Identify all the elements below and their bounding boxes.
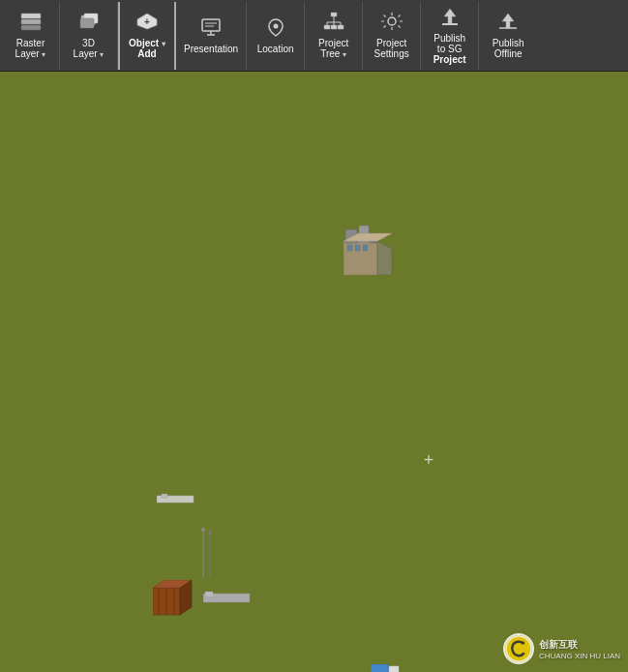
3d-layer-label: 3D <box>82 38 95 48</box>
3d-building-cluster <box>324 222 397 284</box>
watermark-line2: CHUANG XIN HU LIAN <box>539 652 620 660</box>
toolbar-item-project-settings[interactable]: Project Settings <box>363 2 421 70</box>
object-brown-box <box>153 580 194 621</box>
publish-offline-sublabel: Offline <box>494 48 523 59</box>
toolbar-item-publish-offline[interactable]: Publish Offline <box>479 2 537 70</box>
svg-marker-24 <box>444 9 456 23</box>
project-tree-sublabel: Tree ▾ <box>320 48 346 59</box>
svg-rect-0 <box>21 14 41 18</box>
location-icon <box>264 17 287 42</box>
3d-layer-sublabel: Layer ▾ <box>74 48 105 59</box>
svg-rect-5 <box>80 18 94 28</box>
svg-point-40 <box>208 531 212 535</box>
raster-layer-icon <box>19 12 43 36</box>
object-dots-cluster <box>198 525 237 587</box>
object-blue-rect <box>371 664 400 672</box>
object-grey-strip <box>203 591 252 608</box>
project-settings-sublabel: Settings <box>374 48 409 59</box>
svg-marker-35 <box>377 241 392 275</box>
publish-offline-icon <box>496 12 520 36</box>
svg-point-23 <box>388 17 396 25</box>
add-label: Add <box>137 48 156 59</box>
watermark-line1: 创新互联 <box>539 638 620 652</box>
publish-sg-icon <box>438 7 462 31</box>
toolbar: Raster Layer ▾ 3D Layer ▾ + Object ▾ Add <box>0 0 628 72</box>
presentation-icon <box>199 17 223 42</box>
svg-rect-14 <box>331 13 337 16</box>
crosshair: + <box>424 450 434 471</box>
toolbar-item-raster-layer[interactable]: Raster Layer ▾ <box>2 2 60 70</box>
map-canvas[interactable]: + <box>0 72 628 672</box>
svg-point-53 <box>506 636 531 661</box>
toolbar-item-location[interactable]: Location <box>247 2 305 70</box>
watermark-text-block: 创新互联 CHUANG XIN HU LIAN <box>539 638 620 660</box>
raster-layer-label: Raster <box>16 38 45 48</box>
publish-sg-label: Publish <box>434 33 465 44</box>
location-label: Location <box>257 44 294 54</box>
project-tree-label: Project <box>318 38 348 48</box>
object-white-bar <box>157 490 195 507</box>
object-add-icon: + <box>135 12 159 36</box>
svg-rect-16 <box>331 25 337 29</box>
toolbar-item-publish-sg[interactable]: Publish to SG Project <box>421 2 479 70</box>
svg-point-13 <box>273 23 278 28</box>
watermark-logo <box>503 633 534 664</box>
svg-rect-33 <box>355 245 360 251</box>
svg-rect-32 <box>347 245 352 251</box>
publish-sg-project: Project <box>434 54 466 65</box>
watermark: 创新互联 CHUANG XIN HU LIAN <box>503 633 620 664</box>
toolbar-item-object-add[interactable]: + Object ▾ Add <box>118 2 176 70</box>
svg-rect-8 <box>202 19 220 31</box>
svg-point-39 <box>201 528 205 532</box>
svg-text:+: + <box>144 16 150 27</box>
svg-rect-1 <box>21 19 41 24</box>
publish-sg-sublabel: to SG <box>437 44 463 54</box>
svg-rect-15 <box>324 25 330 29</box>
presentation-label: Presentation <box>184 44 238 54</box>
svg-rect-17 <box>338 25 344 29</box>
toolbar-item-3d-layer[interactable]: 3D Layer ▾ <box>60 2 118 70</box>
svg-rect-38 <box>162 494 167 498</box>
svg-rect-25 <box>442 23 458 25</box>
raster-layer-sublabel: Layer ▾ <box>15 48 46 59</box>
project-tree-icon <box>322 12 345 36</box>
toolbar-item-project-tree[interactable]: Project Tree ▾ <box>305 2 363 70</box>
publish-offline-label: Publish <box>493 38 524 48</box>
svg-rect-2 <box>21 25 41 30</box>
toolbar-item-presentation[interactable]: Presentation <box>176 2 247 70</box>
object-label: Object ▾ <box>129 38 165 48</box>
svg-rect-51 <box>371 664 388 672</box>
svg-rect-34 <box>363 245 368 251</box>
project-settings-label: Project <box>376 38 406 48</box>
3d-layer-icon <box>77 12 101 36</box>
svg-marker-26 <box>502 14 514 28</box>
svg-rect-52 <box>389 666 399 672</box>
svg-rect-50 <box>205 592 213 596</box>
project-settings-icon <box>380 12 404 36</box>
